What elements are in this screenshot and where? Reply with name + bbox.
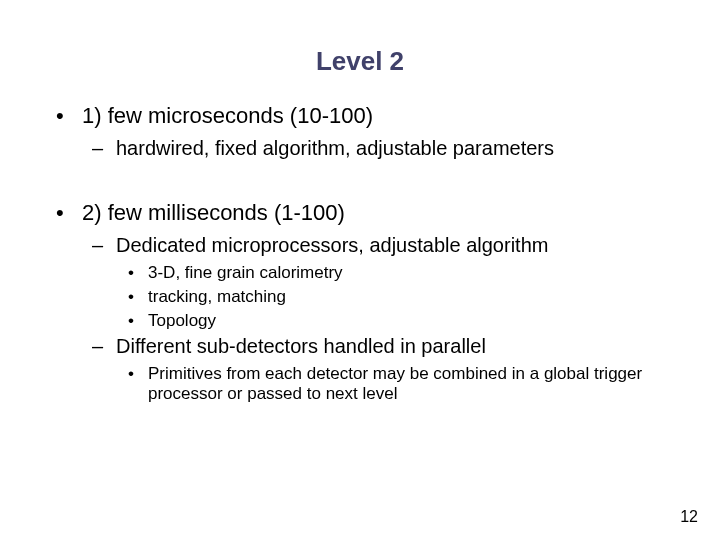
list-item-label: Primitives from each detector may be com… [148,364,664,404]
list-item-label: hardwired, fixed algorithm, adjustable p… [116,137,664,160]
page-number: 12 [680,508,698,526]
dash-icon: – [92,335,116,358]
list-item-label: Dedicated microprocessors, adjustable al… [116,234,664,257]
list-item-label: 3-D, fine grain calorimetry [148,263,664,283]
slide-title: Level 2 [56,46,664,77]
list-item: • 2) few milliseconds (1-100) [56,200,664,226]
dash-icon: – [92,137,116,160]
list-item: • Primitives from each detector may be c… [128,364,664,404]
bullet-icon: • [128,287,148,307]
list-item: • tracking, matching [128,287,664,307]
bullet-icon: • [56,200,82,226]
list-item-label: 2) few milliseconds (1-100) [82,200,664,226]
list-item: – hardwired, fixed algorithm, adjustable… [92,137,664,160]
slide: Level 2 • 1) few microseconds (10-100) –… [0,0,720,540]
bullet-icon: • [56,103,82,129]
list-item: • 1) few microseconds (10-100) [56,103,664,129]
list-item: – Dedicated microprocessors, adjustable … [92,234,664,257]
list-item: • 3-D, fine grain calorimetry [128,263,664,283]
list-item: – Different sub-detectors handled in par… [92,335,664,358]
spacer [56,166,664,190]
bullet-icon: • [128,364,148,404]
dash-icon: – [92,234,116,257]
bullet-icon: • [128,263,148,283]
list-item-label: 1) few microseconds (10-100) [82,103,664,129]
bullet-icon: • [128,311,148,331]
list-item-label: tracking, matching [148,287,664,307]
list-item: • Topology [128,311,664,331]
list-item-label: Topology [148,311,664,331]
list-item-label: Different sub-detectors handled in paral… [116,335,664,358]
